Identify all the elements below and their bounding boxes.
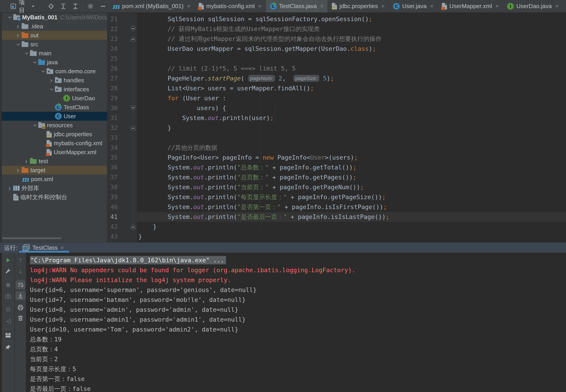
chevron-down-icon[interactable] [22, 49, 30, 58]
print-icon[interactable] [17, 304, 24, 311]
tree-item-.idea[interactable]: .idea [2, 22, 107, 31]
close-tab-icon[interactable]: × [381, 3, 385, 10]
close-tab-icon[interactable]: × [187, 3, 190, 10]
close-icon[interactable]: × [60, 244, 64, 251]
code-line-24[interactable]: UserDao userMapper = sqlSession.getMappe… [137, 44, 566, 54]
code-line-27[interactable]: PageHelper.startPage( pageNum: 2, pageSi… [137, 73, 566, 84]
tree-item-临时文件和控制台[interactable]: 临时文件和控制台 [2, 193, 107, 202]
code-line-29[interactable]: for (User user : [137, 93, 566, 103]
tree-item-MyBatis_001[interactable]: MyBatis_001C:\Users\HW\Docu [2, 13, 107, 22]
expand-all-icon[interactable] [58, 1, 68, 12]
tree-item-com.demo.core[interactable]: com.demo.core [2, 67, 107, 76]
code-line-33[interactable] [137, 133, 566, 143]
fold-marker-icon[interactable] [131, 26, 135, 31]
tree-item-main[interactable]: main [2, 49, 107, 58]
code-line-43[interactable]: } [137, 232, 566, 242]
restore-layout-icon[interactable] [5, 332, 12, 339]
tree-item-User[interactable]: CUser [2, 112, 107, 121]
code-line-23[interactable]: // 通过利用getMapper返回来的代理类型的对象会自动去执行想要执行的操作 [137, 34, 566, 44]
code-line-32[interactable]: } [137, 123, 566, 133]
project-tool-window-icon[interactable] [8, 1, 18, 12]
close-tab-icon[interactable]: × [258, 3, 261, 10]
soft-wrap-icon[interactable] [17, 281, 24, 288]
code-line-26[interactable]: // limit (2-1)*5, 5 ===> limit 5, 5 [137, 64, 566, 73]
chevron-down-icon[interactable] [5, 13, 13, 22]
project-tree-panel[interactable]: MyBatis_001C:\Users\HW\Docu.ideaoutsrcma… [2, 13, 107, 242]
code-line-41[interactable]: System.out.println("是否最后一页：" + pageInfo.… [137, 212, 566, 222]
scroll-to-end-icon[interactable] [17, 293, 24, 299]
fold-marker-icon[interactable] [131, 224, 135, 229]
code-line-25[interactable] [137, 54, 566, 64]
tree-item-UserDao[interactable]: IUserDao [2, 94, 107, 103]
pin-icon[interactable] [5, 344, 12, 351]
project-tool-window-label[interactable]: 项目 [19, 0, 27, 14]
tree-item-resources[interactable]: resources [2, 121, 107, 130]
code-line-34[interactable]: //其他分页的数据 [137, 143, 566, 153]
tree-item-handles[interactable]: handles [2, 76, 107, 85]
tree-item-test[interactable]: test [2, 157, 107, 166]
chevron-down-icon[interactable] [39, 67, 46, 76]
code-line-40[interactable]: System.out.println("是否第一页：" + pageInfo.i… [137, 202, 566, 212]
code-line-31[interactable]: System.out.println(user); [137, 113, 566, 123]
editor-tab-User.java[interactable]: CUser.java× [389, 0, 438, 12]
chevron-down-icon[interactable] [14, 40, 22, 49]
rerun-icon[interactable] [5, 257, 12, 264]
tree-item-外部库[interactable]: 外部库 [2, 184, 107, 193]
close-tab-icon[interactable]: × [430, 3, 433, 10]
collapse-all-icon[interactable] [70, 1, 81, 12]
code-line-22[interactable]: // 获得MyBatis框架生成的UserMapper接口的实现类 [137, 24, 566, 34]
fold-marker-icon[interactable] [131, 125, 135, 130]
code-line-37[interactable]: System.out.println("总页数：" + pageInfo.get… [137, 172, 566, 182]
close-tab-icon[interactable]: × [555, 3, 559, 10]
tree-item-pom.xml[interactable]: mpom.xml [2, 175, 107, 184]
editor-tab-UserDao.java[interactable]: IUserDao.java× [503, 0, 563, 12]
fold-marker-icon[interactable] [131, 36, 135, 41]
editor-tab-jdbc.properties[interactable]: jdbc.properties× [328, 0, 389, 12]
chevron-right-icon[interactable] [22, 157, 30, 166]
code-editor[interactable]: 2122232425262728293031323334353637383940… [107, 13, 566, 242]
chevron-right-icon[interactable] [14, 22, 22, 31]
tree-item-jdbc.properties[interactable]: jdbc.properties [2, 130, 107, 139]
fold-marker-icon[interactable] [131, 105, 135, 111]
console-output[interactable]: "C:\Program Files\Java\jdk1.8.0_162\bin\… [30, 255, 566, 392]
locate-file-icon[interactable] [46, 1, 56, 12]
clear-all-icon[interactable] [17, 315, 24, 322]
chevron-right-icon[interactable] [14, 31, 22, 40]
horizontal-scrollbar[interactable] [2, 237, 61, 239]
close-tab-icon[interactable]: × [495, 3, 499, 10]
code-line-30[interactable]: users) { [137, 103, 566, 113]
tree-item-src[interactable]: src [2, 40, 107, 49]
settings-gear-icon[interactable] [85, 1, 96, 12]
tree-item-out[interactable]: out [2, 31, 107, 40]
chevron-right-icon[interactable] [47, 76, 55, 85]
tree-item-target[interactable]: target [2, 166, 107, 175]
tree-item-TestClass[interactable]: CTestClass [2, 103, 107, 112]
code-line-35[interactable]: PageInfo<User> pageInfo = new PageInfo<U… [137, 153, 566, 163]
java-class-icon: C [393, 3, 400, 10]
editor-tab-TestClass.java[interactable]: CTestClass.java× [266, 0, 328, 12]
code-line-38[interactable]: System.out.println("当前页：" + pageInfo.get… [137, 182, 566, 192]
chevron-right-icon[interactable] [14, 166, 22, 175]
tree-item-java[interactable]: java [2, 58, 107, 67]
code-line-36[interactable]: System.out.println("总条数：" + pageInfo.get… [137, 163, 566, 172]
tree-item-mybatis-config.xml[interactable]: mybatis-config.xml [2, 139, 107, 148]
line-number: 37 [107, 172, 137, 182]
hide-panel-icon[interactable] [98, 1, 108, 12]
editor-tab-pom.xml (MyBatis_001)[interactable]: mpom.xml (MyBatis_001)× [108, 0, 195, 12]
chevron-down-icon[interactable] [47, 85, 55, 94]
edit-configuration-wrench-icon[interactable] [5, 268, 12, 275]
code-line-39[interactable]: System.out.println("每页显示长度：" + pageInfo.… [137, 192, 566, 202]
tree-item-UserMapper.xml[interactable]: UserMapper.xml [2, 148, 107, 157]
code-area[interactable]: SqlSession sqlSession = sqlSessionFactor… [137, 14, 566, 242]
close-tab-icon[interactable]: × [320, 3, 323, 10]
chevron-right-icon[interactable] [5, 184, 13, 193]
editor-tab-UserMapper.xml[interactable]: UserMapper.xml× [438, 0, 503, 12]
code-line-28[interactable]: List<User> users = userMapper.findAll(); [137, 84, 566, 93]
chevron-down-icon[interactable] [30, 58, 38, 67]
chevron-down-icon[interactable] [28, 1, 38, 12]
tree-item-interfaces[interactable]: interfaces [2, 85, 107, 94]
chevron-down-icon[interactable] [30, 121, 38, 130]
editor-tab-mybatis-config.xml[interactable]: mybatis-config.xml× [195, 0, 266, 12]
code-line-21[interactable]: SqlSession sqlSession = sqlSessionFactor… [137, 14, 566, 24]
code-line-42[interactable]: } [137, 222, 566, 232]
